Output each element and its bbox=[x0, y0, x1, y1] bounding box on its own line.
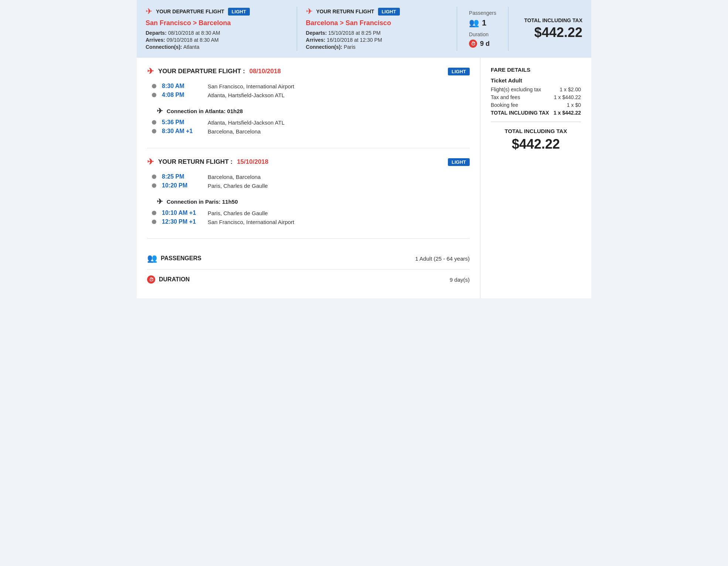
passengers-section: 👥 PASSENGERS 1 Adult (25 - 64 years) bbox=[147, 248, 470, 270]
return-flight-section: ✈ YOUR RETURN FLIGHT : 15/10/2018 LIGHT … bbox=[147, 157, 470, 239]
summary-departure-header: ✈ YOUR DEPARTURE FLIGHT LIGHT bbox=[146, 7, 288, 16]
fare-row-value-2: 1 x $0 bbox=[567, 102, 581, 108]
return-section-title: YOUR RETURN FLIGHT : bbox=[158, 158, 232, 166]
summary-departure-departs: Departs: 08/10/2018 at 8:30 AM bbox=[146, 30, 288, 36]
ret-leg2-location: Paris, Charles de Gaulle bbox=[208, 183, 268, 189]
fare-total-label: TOTAL INCLUDING TAX bbox=[491, 128, 581, 134]
ret-leg4-row: 12:30 PM +1 San Francisco, International… bbox=[152, 218, 470, 225]
dep-leg3-dot-container bbox=[152, 120, 157, 125]
fare-row-0: Flight(s) excluding tax1 x $2.00 bbox=[491, 87, 581, 92]
ret-leg3-location: Paris, Charles de Gaulle bbox=[208, 210, 268, 216]
summary-total: TOTAL INCLUDING TAX $442.22 bbox=[508, 7, 582, 51]
fare-row-value-1: 1 x $440.22 bbox=[554, 94, 581, 100]
return-arrives-value: 16/10/2018 at 12:30 PM bbox=[327, 37, 382, 43]
departure-flight-section: ✈ YOUR DEPARTURE FLIGHT : 08/10/2018 LIG… bbox=[147, 67, 470, 148]
dep-leg4-dot-container bbox=[152, 129, 157, 133]
departure-section-title-row: ✈ YOUR DEPARTURE FLIGHT : 08/10/2018 bbox=[147, 67, 281, 76]
fare-total-section: TOTAL INCLUDING TAX $442.22 bbox=[491, 128, 581, 152]
summary-return: ✈ YOUR RETURN FLIGHT LIGHT Barcelona > S… bbox=[297, 7, 457, 51]
ret-leg4-dot bbox=[152, 220, 156, 224]
arrives-value: 09/10/2018 at 8:30 AM bbox=[167, 37, 219, 43]
dep-leg1-dot bbox=[152, 84, 156, 88]
ret-leg3-dot-container bbox=[152, 211, 157, 215]
summary-departure-route: San Francisco > Barcelona bbox=[146, 19, 288, 27]
ret-leg4-time: 12:30 PM +1 bbox=[162, 218, 203, 225]
fare-title: FARE DETAILS bbox=[491, 67, 581, 73]
connections-value: Atlanta bbox=[183, 44, 200, 50]
departure-section-badge: LIGHT bbox=[448, 68, 470, 75]
passengers-section-value: 1 Adult (25 - 64 years) bbox=[415, 255, 470, 262]
summary-total-label: TOTAL INCLUDING TAX bbox=[524, 17, 582, 23]
ret-leg2-time: 10:20 PM bbox=[162, 182, 203, 189]
dep-leg3-row: 5:36 PM Atlanta, Hartsfield-Jackson ATL bbox=[152, 119, 470, 126]
dep-leg2-dot bbox=[152, 93, 156, 97]
passengers-section-label: PASSENGERS bbox=[161, 255, 201, 262]
dep-connection-plane-icon: ✈ bbox=[157, 106, 163, 115]
return-departs-value: 15/10/2018 at 8:25 PM bbox=[328, 30, 381, 36]
dep-connection-row: ✈ Connection in Atlanta: 01h28 bbox=[147, 103, 470, 119]
summary-departure-arrives: Arrives: 09/10/2018 at 8:30 AM bbox=[146, 37, 288, 43]
ret-leg3-row: 10:10 AM +1 Paris, Charles de Gaulle bbox=[152, 210, 470, 216]
dep-leg2-time: 4:08 PM bbox=[162, 92, 203, 98]
summary-passengers-duration: Passengers 👥 1 Duration ⏱ 9 d bbox=[457, 7, 508, 51]
summary-return-badge: LIGHT bbox=[378, 8, 400, 16]
return-timeline-2: 10:10 AM +1 Paris, Charles de Gaulle 12:… bbox=[147, 210, 470, 225]
fare-row-3: TOTAL INCLUDING TAX1 x $442.22 bbox=[491, 110, 581, 116]
departs-label: Departs: bbox=[146, 30, 167, 36]
duration-left: ⏱ DURATION bbox=[147, 275, 190, 284]
departs-value: 08/10/2018 at 8:30 AM bbox=[168, 30, 220, 36]
return-plane-icon: ✈ bbox=[306, 7, 313, 16]
fare-row-label-3: TOTAL INCLUDING TAX bbox=[491, 110, 549, 116]
summary-return-title: YOUR RETURN FLIGHT bbox=[316, 9, 374, 14]
return-timeline: 8:25 PM Barcelona, Barcelona 10:20 PM Pa… bbox=[147, 173, 470, 189]
dep-leg1-dot-container bbox=[152, 84, 157, 88]
dep-connection-label: Connection in Atlanta: 01h28 bbox=[167, 108, 243, 114]
return-departs-label: Departs: bbox=[306, 30, 327, 36]
fare-row-value-0: 1 x $2.00 bbox=[559, 87, 581, 92]
ret-leg2-row: 10:20 PM Paris, Charles de Gaulle bbox=[152, 182, 470, 189]
fare-column: FARE DETAILS Ticket Adult Flight(s) excl… bbox=[480, 58, 591, 298]
dep-leg1-time: 8:30 AM bbox=[162, 83, 203, 89]
fare-row-label-2: Booking fee bbox=[491, 102, 518, 108]
dep-leg1-location: San Francisco, International Airport bbox=[208, 83, 294, 89]
return-section-badge: LIGHT bbox=[448, 158, 470, 166]
return-flight-header: ✈ YOUR RETURN FLIGHT : 15/10/2018 LIGHT bbox=[147, 157, 470, 167]
departure-section-plane-icon: ✈ bbox=[147, 67, 154, 76]
return-section-plane-icon: ✈ bbox=[147, 157, 154, 167]
fare-row-label-1: Tax and fees bbox=[491, 94, 520, 100]
page-wrapper: ✈ YOUR DEPARTURE FLIGHT LIGHT San Franci… bbox=[137, 0, 591, 298]
fare-row-value-3: 1 x $442.22 bbox=[554, 110, 581, 116]
dep-leg4-row: 8:30 AM +1 Barcelona, Barcelona bbox=[152, 128, 470, 135]
main-content: ✈ YOUR DEPARTURE FLIGHT : 08/10/2018 LIG… bbox=[137, 58, 591, 298]
ret-connection-row: ✈ Connection in Paris: 11h50 bbox=[147, 193, 470, 210]
summary-departure-connections: Connection(s): Atlanta bbox=[146, 44, 288, 50]
ret-leg3-time: 10:10 AM +1 bbox=[162, 210, 203, 216]
summary-departure-badge: LIGHT bbox=[228, 8, 250, 16]
ret-leg4-location: San Francisco, International Airport bbox=[208, 219, 294, 225]
ret-leg1-dot bbox=[152, 174, 156, 179]
duration-section-label: DURATION bbox=[159, 276, 190, 283]
passengers-label: Passengers bbox=[469, 10, 496, 16]
return-section-date: 15/10/2018 bbox=[237, 158, 268, 166]
fare-row-2: Booking fee1 x $0 bbox=[491, 102, 581, 108]
fare-total-amount: $442.22 bbox=[491, 136, 581, 152]
dep-leg3-location: Atlanta, Hartsfield-Jackson ATL bbox=[208, 119, 285, 126]
arrives-label: Arrives: bbox=[146, 37, 165, 43]
return-section-title-row: ✈ YOUR RETURN FLIGHT : 15/10/2018 bbox=[147, 157, 268, 167]
ret-leg1-location: Barcelona, Barcelona bbox=[208, 174, 261, 180]
fare-divider bbox=[491, 122, 581, 122]
return-connections-value: Paris bbox=[344, 44, 356, 50]
dep-leg3-time: 5:36 PM bbox=[162, 119, 203, 126]
duration-clock-icon: ⏱ bbox=[147, 275, 155, 284]
summary-return-header: ✈ YOUR RETURN FLIGHT LIGHT bbox=[306, 7, 448, 16]
ret-connection-label: Connection in Paris: 11h50 bbox=[167, 199, 238, 205]
summary-departure: ✈ YOUR DEPARTURE FLIGHT LIGHT San Franci… bbox=[146, 7, 297, 51]
departure-timeline: 8:30 AM San Francisco, International Air… bbox=[147, 83, 470, 98]
fare-row-label-0: Flight(s) excluding tax bbox=[491, 87, 541, 92]
summary-return-route: Barcelona > San Francisco bbox=[306, 19, 448, 27]
connections-label: Connection(s): bbox=[146, 44, 182, 50]
summary-departure-title: YOUR DEPARTURE FLIGHT bbox=[156, 9, 224, 14]
summary-return-departs: Departs: 15/10/2018 at 8:25 PM bbox=[306, 30, 448, 36]
dep-leg4-location: Barcelona, Barcelona bbox=[208, 128, 261, 135]
fare-subtitle: Ticket Adult bbox=[491, 77, 581, 84]
